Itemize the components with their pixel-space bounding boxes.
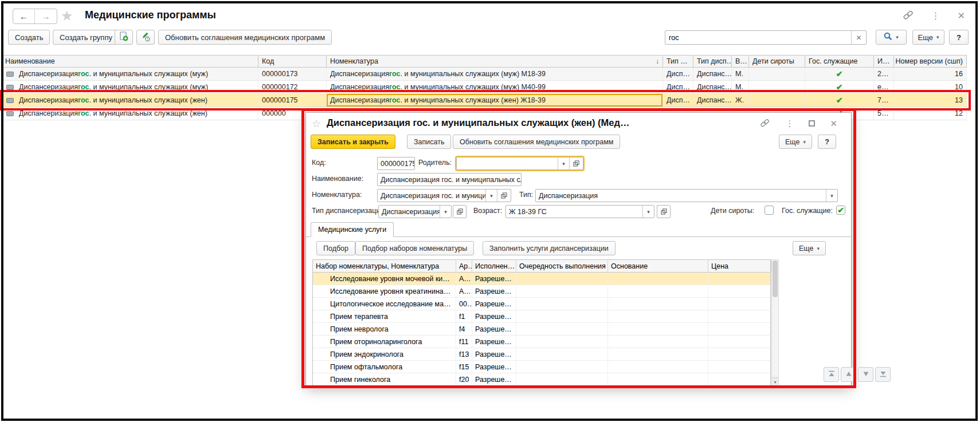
service-row-selected[interactable]: Исследование уровня мочевой ки…А…Разреше… [313,273,770,285]
col-set-nomenclature[interactable]: Набор номенклатуры, Номенклатура [313,260,456,272]
col-age[interactable]: В… [732,56,749,67]
dropdown-icon[interactable]: ▾ [485,190,497,202]
type-disp-combo[interactable]: Диспансеризация Гос./ ▾ [378,205,452,218]
col-i[interactable]: И… [874,56,894,67]
dropdown-icon[interactable]: ▾ [558,157,569,169]
service-row[interactable]: Прием терапевтаf1Разреше… [313,310,770,323]
table-row-selected[interactable]: Диспансеризация гос. и муниципальных слу… [2,94,967,107]
choose-button[interactable] [657,205,671,218]
maximize-icon[interactable] [809,119,815,128]
help-button[interactable]: ? [949,30,969,45]
service-row[interactable]: Прием гинекологаf20Разреше… [313,373,770,386]
tab-medical-services[interactable]: Медицинские услуги [311,222,394,237]
save-close-button[interactable]: Записать и закрыть [311,135,395,149]
list-nav-buttons [824,367,891,382]
search-clear-icon[interactable]: ✕ [851,31,866,44]
col-price[interactable]: Цена [708,260,771,272]
link-icon[interactable] [903,10,914,21]
col-code[interactable]: Код [258,56,327,67]
check-icon: ✔ [836,83,843,91]
fill-services-button[interactable]: Заполнить услуги диспансеризации [483,241,616,255]
program-dialog: ☆ Диспансеризация гос. и муниципальных с… [305,112,852,386]
parent-combo[interactable]: ▾ [456,157,583,170]
col-type-disp[interactable]: Тип дисп… [693,56,732,67]
age-combo[interactable]: Ж 18-39 ГС ▾ [505,205,654,218]
sort-desc-icon: ↓ [656,57,659,65]
nomenclature-combo[interactable]: Диспансеризация гос. и муниципальных слу… [377,189,511,202]
caret-down-icon: ▾ [817,246,820,251]
name-field[interactable]: Диспансеризация гос. и муниципальных слу… [377,173,522,186]
focused-cell: Диспансеризация гос. и муниципальных слу… [327,94,663,107]
element-icon [6,72,14,77]
more-button[interactable]: Еще▾ [912,30,944,45]
scroll-down-button[interactable] [858,367,873,382]
close-window-icon[interactable]: ✕ [958,11,965,21]
pencil-clock-icon [140,31,151,44]
choose-icon[interactable] [569,157,583,169]
col-art[interactable]: Ар… [456,260,472,272]
col-basis[interactable]: Основание [608,260,708,272]
col-gos[interactable]: Гос. служащие [805,56,874,67]
search-match: гос [78,70,89,78]
programs-table: Наименование Код Номенклатура↓ Тип … Тип… [2,55,967,120]
dialog-title: Диспансеризация гос. и муниципальных слу… [327,117,768,128]
scroll-up-button[interactable] [841,367,856,382]
col-nomenclature[interactable]: Номенклатура↓ [327,56,663,67]
service-row[interactable]: Прием офтальмологаf15Разреше… [313,361,770,373]
create-button[interactable]: Создать [8,30,50,45]
save-button[interactable]: Записать [407,135,451,149]
favorite-star-icon[interactable]: ☆ [312,117,321,130]
back-button[interactable]: ← [13,9,35,23]
services-scrollbar[interactable]: ▾ [771,259,779,386]
services-table: Набор номенклатуры, Номенклатура Ар… Исп… [312,259,771,386]
service-row[interactable]: Цитологическое исследование ма…00…Разреш… [313,298,770,310]
copy-item-button[interactable] [115,30,133,45]
more-menu-icon[interactable]: ⋮ [785,119,794,128]
scrollbar-thumb[interactable] [773,261,778,297]
col-order[interactable]: Очередность выполнения [516,260,608,272]
services-more-button[interactable]: Еще▾ [793,241,826,255]
more-menu-icon[interactable]: ⋮ [931,11,940,21]
choose-button[interactable] [453,205,467,218]
search-field[interactable]: гос ✕ [665,30,867,45]
gos-checkbox[interactable]: ✔ [836,206,845,215]
type-combo[interactable]: Диспансеризация ▾ [535,189,838,202]
search-button[interactable]: ▾ [876,30,907,45]
table-row[interactable]: Диспансеризация гос. и муниципальных слу… [2,81,967,94]
edit-history-button[interactable] [136,30,155,45]
service-row[interactable]: Прием оториноларингологаf11Разреше… [313,336,770,348]
orphans-checkbox[interactable] [765,206,774,215]
scroll-to-top-button[interactable] [824,367,839,382]
col-version[interactable]: Номер версии (сшп) [894,56,967,67]
scroll-to-bottom-button[interactable] [875,367,891,382]
col-orphans[interactable]: Дети сироты [749,56,805,67]
dialog-more-button[interactable]: Еще▾ [779,135,812,149]
dropdown-icon[interactable]: ▾ [826,190,837,202]
service-row[interactable]: Исследование уровня креатинина…А…Разреше… [313,285,770,298]
table-row[interactable]: Диспансеризация гос. и муниципальных слу… [2,68,967,81]
pick-sets-button[interactable]: Подбор наборов номенклатуры [355,241,474,255]
dropdown-icon[interactable]: ▾ [440,206,451,218]
service-row[interactable]: Прием эндокринологаf13Разреше… [313,348,770,361]
create-group-button[interactable]: Создать группу [53,30,119,45]
favorite-star-icon[interactable]: ★ [61,8,73,24]
col-name[interactable]: Наименование [2,56,258,67]
service-row[interactable]: Прием неврологаf4Разреше… [313,323,770,336]
update-agreements-button[interactable]: Обновить соглашения медицинских программ [453,135,620,149]
scrollbar-down-icon[interactable]: ▾ [772,377,778,386]
caret-down-icon: ▾ [936,34,939,40]
forward-button[interactable]: → [35,9,57,23]
link-icon[interactable] [760,119,770,128]
screenshot-root: ← → ★ Медицинские программы ⋮ ✕ Создать … [0,0,980,422]
close-dialog-icon[interactable]: ✕ [830,119,837,128]
type-label: Тип: [519,191,533,199]
code-field[interactable]: 000000175 [377,157,415,170]
search-input[interactable]: гос [665,31,851,44]
update-agreements-button[interactable]: Обновить соглашения медицинских программ [158,30,332,45]
col-type[interactable]: Тип … [663,56,693,67]
dropdown-icon[interactable]: ▾ [642,206,654,218]
pick-button[interactable]: Подбор [316,241,355,255]
dialog-help-button[interactable]: ? [818,135,836,149]
col-exec[interactable]: Исполнен… [472,260,516,272]
choose-icon[interactable] [497,190,511,202]
